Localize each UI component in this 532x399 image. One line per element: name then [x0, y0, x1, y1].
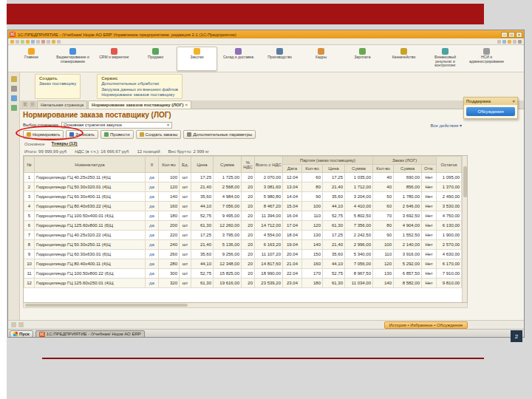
column-header[interactable]: Отм. [422, 165, 437, 173]
toolbar-icon[interactable] [21, 40, 24, 44]
column-header[interactable]: Дата [283, 165, 302, 173]
ribbon-section-1[interactable]: Главное [11, 47, 52, 71]
close-icon[interactable]: × [185, 103, 188, 107]
toolbar-button-2[interactable]: Записать [66, 130, 98, 139]
column-header[interactable]: Остаток [437, 157, 462, 173]
taskbar-item[interactable]: 1С 1С:ПРЕДПРИЯТИЕ - /Учебная/ Норм АО ER… [35, 330, 145, 338]
all-actions-link[interactable]: Все действия ▾ [431, 123, 524, 128]
ribbon-section-2[interactable]: Бюджетирование и планирование [52, 47, 93, 71]
table-cell: Гидроцилиндр ГЦ 125.60х250.01 (4)Ц [35, 279, 146, 288]
window-titlebar[interactable]: 1С 1С:ПРЕДПРИЯТИЕ - /Учебная/ Норм АО ER… [8, 30, 524, 38]
toolbar-icon[interactable] [31, 40, 35, 44]
toolbar-icon[interactable] [513, 40, 516, 44]
table-row[interactable]: 2Гидроцилиндр ГЦ 50.30х320.01 (4)Цда120ш… [24, 183, 462, 192]
menu-item[interactable]: Загрузка данных из внешних файлов [101, 87, 178, 93]
table-row[interactable]: 10Гидроцилиндр ГЦ 80.40х400.11 (4)Цда280… [24, 259, 462, 269]
scrollbar-thumb[interactable] [25, 304, 188, 307]
ribbon-section-4[interactable]: Продажи [135, 47, 176, 71]
toolbar-icon[interactable] [36, 40, 40, 44]
table-row[interactable]: 5Гидроцилиндр ГЦ 100.50х400.01 (4)Цда180… [24, 211, 462, 221]
scrollbar-thumb[interactable] [463, 166, 467, 197]
tab-1[interactable]: Начальная страница [37, 100, 87, 109]
table-cell: 6 857,50 [394, 269, 422, 279]
column-header[interactable]: Всего с НДС [255, 157, 283, 173]
ribbon-section-8[interactable]: Кадры [301, 47, 341, 71]
table-row[interactable]: 3Гидроцилиндр ГЦ 60.30х400.11 (6)Цда140ш… [24, 192, 462, 202]
column-header[interactable]: % НДС [242, 157, 255, 173]
toolbar-icon[interactable] [10, 40, 14, 44]
toolbar-icon[interactable] [502, 40, 506, 44]
menu-item[interactable]: Заказ поставщику [39, 81, 76, 87]
table-cell: да [146, 173, 159, 183]
sidebar-icon[interactable] [11, 95, 17, 101]
column-header[interactable]: № [24, 157, 35, 173]
toolbar-icon[interactable] [26, 40, 30, 44]
close-icon[interactable]: × [512, 99, 515, 103]
column-header[interactable]: Сумма [394, 165, 422, 173]
column-header[interactable]: Цена [323, 165, 345, 173]
main-menu-icon[interactable]: ≡ [22, 101, 28, 107]
os-taskbar: Пуск 1С 1С:ПРЕДПРИЯТИЕ - /Учебная/ Норм … [8, 329, 524, 338]
column-header[interactable]: Заказ (ЛОГ) [373, 157, 437, 165]
sidebar-icon[interactable] [11, 76, 17, 82]
ribbon-section-12[interactable]: НСИ и администрирование [466, 47, 507, 71]
close-button[interactable]: × [516, 32, 522, 38]
ribbon-section-3[interactable]: CRM и маркетинг [94, 47, 134, 71]
favorites-icon[interactable]: ☆ [30, 101, 35, 107]
horizontal-scrollbar[interactable] [23, 303, 468, 308]
table-row[interactable]: 6Гидроцилиндр ГЦ 125.60х800.11 (6)Цда200… [24, 221, 462, 231]
column-header[interactable]: Сумма [345, 165, 373, 173]
toolbar-button-3[interactable]: Провести [100, 130, 134, 139]
strategy-select[interactable]: Основная стратегия закупок ▼ [61, 122, 172, 129]
table-row[interactable]: 8Гидроцилиндр ГЦ 50.30х250.11 (4)Цда240ш… [24, 240, 462, 250]
view-tab-1[interactable]: Основное [24, 142, 45, 146]
column-header[interactable]: Кол-во [373, 165, 394, 173]
toolbar-icon[interactable] [497, 40, 501, 44]
ribbon-section-6[interactable]: Склад и доставка [218, 47, 259, 71]
ribbon-section-7[interactable]: Производство [259, 47, 300, 71]
table-row[interactable]: 4Гидроцилиндр ГЦ 80.40х630.22 (4)Цда160ш… [24, 202, 462, 211]
toolbar-icon[interactable] [41, 40, 45, 44]
column-header[interactable]: Ед. [180, 157, 191, 173]
ribbon-section-5[interactable]: Закупки [177, 47, 217, 71]
toolbar-button-4[interactable]: Создать заказы [136, 130, 182, 139]
toolbar-icon[interactable] [57, 40, 61, 44]
minimize-button[interactable]: – [501, 32, 508, 38]
table-row[interactable]: 9Гидроцилиндр ГЦ 60.30х630.01 (6)Цда260ш… [24, 250, 462, 259]
toolbar-icon[interactable] [52, 40, 55, 44]
sidebar-icon[interactable] [11, 86, 17, 92]
toolbar-button-1[interactable]: Нормировать [23, 130, 64, 139]
menu-item[interactable]: Дополнительные обработки [101, 81, 178, 87]
table-row[interactable]: 12Гидроцилиндр ГЦ 125.60х250.01 (4)Цда32… [24, 279, 462, 288]
info-panel-message[interactable]: История • Избранное • Обсуждения [384, 321, 468, 329]
toolbar-icon[interactable] [16, 40, 19, 44]
column-header[interactable]: Кол-во [159, 157, 180, 173]
column-header[interactable]: Х [146, 157, 159, 173]
ribbon-section-10[interactable]: Казначейство [383, 47, 424, 71]
column-header[interactable]: Цена [191, 157, 214, 173]
vertical-scrollbar[interactable] [462, 156, 467, 302]
start-button[interactable]: Пуск [10, 330, 33, 338]
tab-2[interactable]: Нормирование заказов поставщику (ЛОГ)× [88, 100, 191, 109]
table-row[interactable]: 11Гидроцилиндр ГЦ 100.50х800.22 (6)Цда30… [24, 269, 462, 279]
toolbar-button-5[interactable]: Дополнительные параметры [183, 130, 256, 139]
notifications-icon[interactable] [18, 322, 24, 327]
column-header[interactable]: Номенклатура [35, 157, 146, 173]
column-header[interactable]: Кол-во [302, 165, 323, 173]
column-header[interactable]: Партия (заказ поставщику) [283, 157, 373, 165]
sidebar-icon[interactable] [11, 105, 17, 111]
table-row[interactable]: 7Гидроцилиндр ГЦ 40.25х320.22 (4)Цда220ш… [24, 231, 462, 240]
discussions-button[interactable]: Обсуждения [466, 107, 515, 116]
history-icon[interactable] [11, 322, 16, 327]
toolbar-icon[interactable] [508, 40, 511, 44]
toolbar-icon[interactable] [518, 40, 522, 44]
column-header[interactable]: Сумма [214, 157, 242, 173]
ribbon-section-11[interactable]: Финансовый результат и контроллинг [425, 47, 466, 71]
maximize-button[interactable]: □ [508, 32, 515, 38]
form-toolbar: НормироватьЗаписатьПровестиСоздать заказ… [23, 129, 524, 140]
menu-item[interactable]: Нормирование заказов поставщику [101, 92, 178, 98]
toolbar-icon[interactable] [47, 40, 50, 44]
view-tab-2[interactable]: Товары (12) [52, 141, 78, 146]
table-row[interactable]: 1Гидроцилиндр ГЦ 40.25х250.11 (4)Цда100ш… [24, 173, 462, 183]
ribbon-section-9[interactable]: Зарплата [342, 47, 383, 71]
